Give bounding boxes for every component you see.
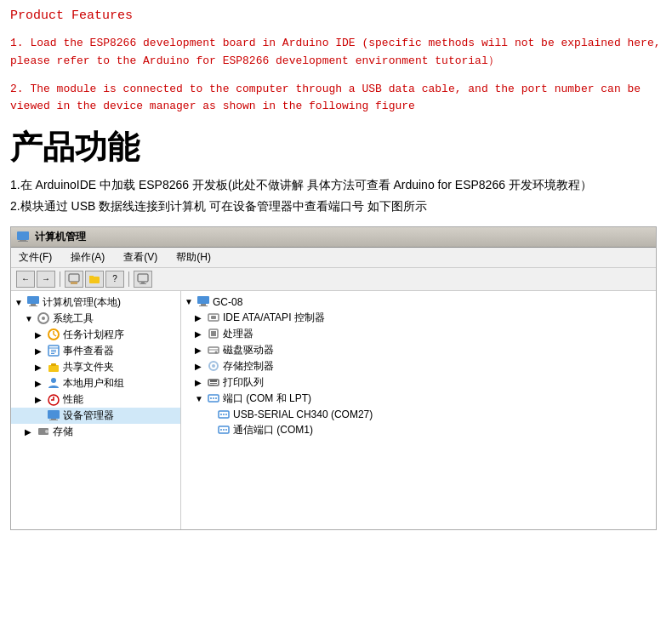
dm-content: ▼ 计算机管理(本地) ▼: [11, 291, 656, 529]
right-processor-label: 处理器: [223, 327, 253, 341]
toolbar-monitor-button[interactable]: [134, 271, 152, 288]
print-icon: [207, 375, 220, 389]
menu-view[interactable]: 查看(V): [121, 249, 160, 266]
svg-point-55: [225, 414, 227, 415]
left-event-label: 事件查看器: [63, 344, 114, 358]
dm-right-panel: ▼ GC-08 ▶: [181, 291, 656, 529]
left-localuser-label: 本地用户和组: [63, 376, 124, 391]
share-icon: [47, 360, 60, 374]
menu-action[interactable]: 操作(A): [68, 249, 107, 266]
right-usbserial[interactable]: USB-SERIAL CH340 (COM27): [181, 407, 656, 422]
svg-rect-46: [210, 383, 217, 384]
svg-rect-33: [201, 304, 206, 306]
user-icon: [47, 376, 60, 390]
toolbar-back-button[interactable]: ←: [16, 271, 35, 288]
toolbar-sep1: [60, 271, 60, 287]
svg-rect-6: [89, 276, 94, 277]
right-printq[interactable]: ▶ 打印队列: [181, 374, 656, 391]
storagectl-icon: [207, 359, 220, 373]
svg-point-58: [223, 429, 225, 431]
svg-point-57: [220, 429, 222, 431]
menu-file[interactable]: 文件(F): [16, 249, 54, 266]
right-ide-label: IDE ATA/ATAPI 控制器: [223, 311, 325, 325]
right-ide[interactable]: ▶ IDE ATA/ATAPI 控制器: [181, 310, 656, 326]
left-system[interactable]: ▼ 系统工具: [11, 311, 180, 327]
svg-rect-4: [71, 282, 77, 284]
svg-point-54: [223, 414, 225, 415]
toolbar-up-button[interactable]: [65, 271, 83, 288]
svg-rect-38: [211, 331, 216, 336]
svg-point-49: [210, 397, 212, 399]
left-task[interactable]: ▶ 任务计划程序: [11, 327, 180, 343]
left-devmgr[interactable]: 设备管理器: [11, 408, 180, 424]
svg-rect-8: [141, 282, 145, 283]
english-item2: 2. The module is connected to the comput…: [10, 81, 662, 117]
left-share[interactable]: ▶ 共享文件夹: [11, 359, 180, 375]
svg-point-59: [225, 429, 227, 431]
toolbar-help-button[interactable]: ?: [105, 271, 124, 288]
chinese-content: 1.在 ArduinoIDE 中加载 ESP8266 开发板(此处不做讲解 具体…: [10, 174, 662, 217]
svg-rect-10: [27, 296, 39, 304]
left-task-label: 任务计划程序: [63, 328, 124, 342]
svg-rect-29: [49, 420, 58, 420]
left-storage[interactable]: ▶ 存储: [11, 424, 180, 440]
english-item1: 1. Load the ESP8266 development board in…: [10, 35, 662, 71]
port-icon: [207, 391, 220, 405]
left-computer-label: 计算机管理(本地): [43, 295, 121, 310]
left-computer[interactable]: ▼ 计算机管理(本地): [11, 294, 180, 311]
chinese-item1: 1.在 ArduinoIDE 中加载 ESP8266 开发板(此处不做讲解 具体…: [10, 174, 662, 196]
right-ports-label: 端口 (COM 和 LPT): [223, 391, 311, 406]
svg-rect-0: [17, 231, 29, 240]
ide-icon: [207, 311, 220, 324]
toolbar-sep2: [128, 271, 129, 287]
left-perf[interactable]: ▶ 性能: [11, 391, 180, 408]
chinese-title: 产品功能: [10, 126, 662, 169]
left-perf-label: 性能: [63, 392, 83, 407]
svg-point-41: [215, 351, 218, 354]
svg-point-25: [51, 378, 56, 383]
svg-point-31: [45, 430, 48, 433]
svg-rect-12: [29, 306, 37, 306]
right-printq-label: 打印队列: [223, 375, 264, 390]
dm-titlebar-text: 计算机管理: [35, 230, 86, 244]
comm-icon: [217, 423, 231, 437]
right-storagectl-label: 存储控制器: [223, 359, 274, 374]
svg-rect-27: [48, 410, 60, 419]
right-processor[interactable]: ▶ 处理器: [181, 326, 656, 342]
right-gc08[interactable]: ▼ GC-08: [181, 294, 656, 310]
usb-icon: [217, 408, 231, 421]
computer-icon: [26, 295, 40, 309]
menu-help[interactable]: 帮助(H): [174, 249, 214, 266]
svg-rect-34: [199, 306, 208, 306]
storage-icon: [37, 425, 50, 438]
dm-left-panel: ▼ 计算机管理(本地) ▼: [11, 291, 181, 529]
svg-rect-3: [69, 274, 79, 282]
toolbar-folder-button[interactable]: [85, 271, 104, 288]
dm-menubar[interactable]: 文件(F) 操作(A) 查看(V) 帮助(H): [11, 248, 656, 268]
event-icon: [47, 344, 60, 357]
devmgr-icon: [47, 408, 60, 422]
svg-rect-45: [210, 380, 217, 382]
right-usbserial-label: USB-SERIAL CH340 (COM27): [233, 408, 373, 420]
left-localuser[interactable]: ▶ 本地用户和组: [11, 375, 180, 391]
right-disk-label: 磁盘驱动器: [223, 343, 274, 357]
svg-point-50: [213, 397, 214, 399]
right-comm1-label: 通信端口 (COM1): [233, 423, 313, 437]
right-comm1[interactable]: 通信端口 (COM1): [181, 422, 656, 438]
svg-point-43: [212, 364, 215, 368]
left-devmgr-label: 设备管理器: [63, 408, 114, 423]
system-icon: [37, 311, 50, 325]
svg-rect-20: [51, 350, 56, 351]
right-storagectl[interactable]: ▶ 存储控制器: [181, 358, 656, 374]
left-event[interactable]: ▶ 事件查看器: [11, 343, 180, 359]
right-disk[interactable]: ▶ 磁盘驱动器: [181, 342, 656, 358]
svg-rect-7: [138, 274, 148, 282]
processor-icon: [207, 327, 220, 340]
product-features-title: Product Features: [10, 9, 662, 23]
right-ports[interactable]: ▼ 端口 (COM 和 LPT): [181, 391, 656, 407]
toolbar-forward-button[interactable]: →: [37, 271, 55, 288]
dm-titlebar: 计算机管理: [11, 227, 656, 248]
device-manager-window: 计算机管理 文件(F) 操作(A) 查看(V) 帮助(H) ← → ?: [10, 226, 657, 530]
left-share-label: 共享文件夹: [63, 360, 114, 374]
svg-rect-47: [210, 385, 214, 386]
